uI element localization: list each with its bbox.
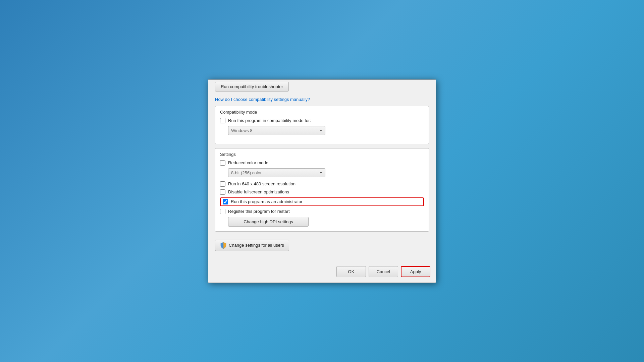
change-settings-for-all-users-button[interactable]: Change settings for all users [215, 240, 289, 251]
bottom-section: Change settings for all users [208, 237, 436, 262]
restart-checkbox[interactable] [220, 209, 225, 214]
reduced-color-row: Reduced color mode [220, 160, 424, 166]
cancel-button[interactable]: Cancel [369, 266, 398, 277]
compatibility-dialog: Run compatibility troubleshooter How do … [208, 79, 436, 283]
compatibility-mode-checkbox-label[interactable]: Run this program in compatibility mode f… [228, 118, 311, 123]
shield-icon [220, 242, 227, 249]
os-dropdown-wrapper: Windows 8 ▼ [228, 126, 325, 135]
resolution-row: Run in 640 x 480 screen resolution [220, 181, 424, 187]
fullscreen-checkbox[interactable] [220, 189, 225, 195]
compatibility-mode-row: Run this program in compatibility mode f… [220, 118, 424, 123]
compatibility-mode-checkbox[interactable] [220, 118, 225, 123]
run-troubleshooter-button[interactable]: Run compatibility troubleshooter [215, 82, 289, 92]
admin-checkbox[interactable] [223, 199, 228, 204]
change-settings-label: Change settings for all users [229, 243, 284, 248]
color-depth-dropdown[interactable]: 8-bit (256) color [228, 168, 325, 177]
settings-group: Settings Reduced color mode 8-bit (256) … [215, 148, 429, 232]
fullscreen-label[interactable]: Disable fullscreen optimizations [228, 189, 289, 194]
admin-highlighted-row: Run this program as an administrator [220, 197, 424, 206]
resolution-label[interactable]: Run in 640 x 480 screen resolution [228, 181, 296, 186]
fullscreen-row: Disable fullscreen optimizations [220, 189, 424, 195]
apply-button[interactable]: Apply [401, 266, 430, 277]
settings-label: Settings [220, 152, 424, 157]
ok-button[interactable]: OK [336, 266, 366, 277]
reduced-color-label[interactable]: Reduced color mode [228, 160, 268, 165]
reduced-color-checkbox[interactable] [220, 160, 225, 166]
resolution-checkbox[interactable] [220, 181, 225, 187]
restart-label[interactable]: Register this program for restart [228, 209, 290, 214]
os-version-dropdown[interactable]: Windows 8 [228, 126, 325, 135]
compatibility-mode-group: Compatibility mode Run this program in c… [215, 106, 429, 144]
help-link[interactable]: How do I choose compatibility settings m… [215, 97, 429, 102]
restart-row: Register this program for restart [220, 209, 424, 214]
dialog-content: Run compatibility troubleshooter How do … [208, 80, 436, 237]
color-dropdown-wrapper: 8-bit (256) color ▼ [228, 168, 325, 177]
dialog-button-row: OK Cancel Apply [208, 262, 436, 283]
compatibility-mode-label: Compatibility mode [220, 110, 424, 115]
change-dpi-button[interactable]: Change high DPI settings [228, 217, 309, 227]
admin-label[interactable]: Run this program as an administrator [231, 199, 303, 204]
